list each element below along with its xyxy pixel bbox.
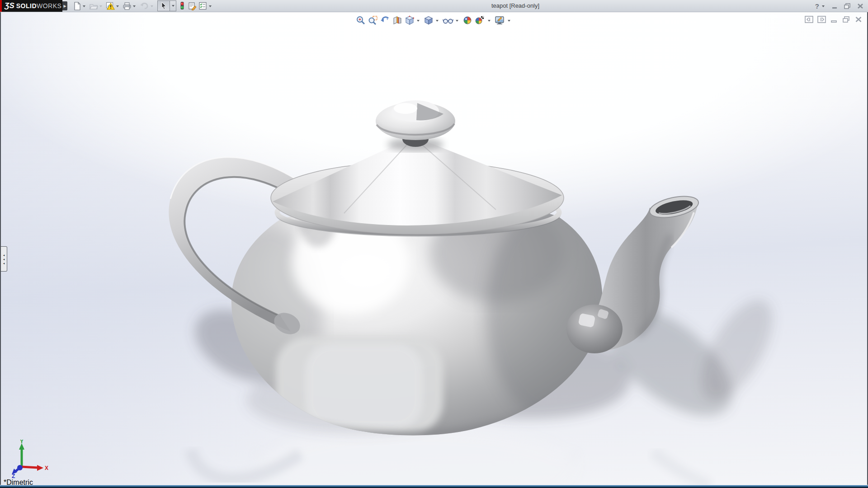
select-cursor-icon: [160, 2, 167, 10]
select-tool-button[interactable]: [157, 0, 170, 11]
document-window-controls: [805, 16, 863, 23]
display-style-icon: [424, 15, 434, 25]
undo-button[interactable]: [139, 1, 156, 11]
app-close-button[interactable]: [856, 2, 864, 10]
window-title: teapot [Read-only]: [212, 0, 818, 12]
zoom-to-area-button[interactable]: [368, 15, 378, 26]
section-view-icon: [392, 15, 402, 25]
select-tool-group: [157, 0, 176, 11]
view-orientation-icon: [405, 15, 415, 25]
previous-view-icon: [380, 15, 390, 25]
logo-red-stripe: [0, 0, 2, 12]
view-orientation-button[interactable]: [404, 15, 422, 26]
rebuild-button[interactable]: [178, 1, 186, 11]
help-dropdown-icon: [822, 5, 825, 7]
collapse-left-pane-button[interactable]: [805, 16, 813, 23]
select-tool-dropdown[interactable]: [170, 0, 176, 11]
view-settings-button[interactable]: [494, 15, 513, 26]
help-icon: ?: [815, 2, 819, 10]
headsup-view-toolbar: [353, 14, 515, 27]
view-orientation-label: *Dimetric: [4, 479, 33, 485]
print-icon: [123, 2, 132, 10]
logo-text-works: WORKS: [37, 2, 61, 9]
feature-manager-collapsed-tab[interactable]: ◂ ◂ ◂: [1, 246, 7, 272]
appearance-ball-icon: [462, 15, 472, 25]
ds-logo-mark: ƷS: [5, 1, 14, 10]
doc-close-button[interactable]: [854, 16, 863, 23]
doc-minimize-button[interactable]: [830, 16, 838, 23]
zoom-to-area-icon: [368, 15, 378, 25]
edit-appearance-button[interactable]: [462, 15, 473, 26]
main-toolbar: [72, 0, 214, 12]
undo-icon: [139, 2, 149, 10]
options-icon: [198, 1, 208, 10]
print-button[interactable]: [122, 1, 138, 11]
floor-reflection: [191, 427, 710, 485]
graphics-viewport[interactable]: ◂ ◂ ◂ Y X Z *Dimetric: [1, 12, 867, 485]
hide-show-items-button[interactable]: [442, 15, 461, 26]
collapse-arrow-icon: ◂: [3, 258, 5, 261]
orientation-triad: Y X Z: [8, 440, 50, 479]
spout-base: [566, 305, 623, 353]
solidworks-window: ƷS SOLIDWORKS ▶: [0, 0, 868, 488]
new-document-icon: [73, 2, 81, 10]
open-folder-icon: [89, 2, 98, 10]
solidworks-logo: ƷS SOLIDWORKS: [0, 0, 62, 12]
previous-view-button[interactable]: [380, 15, 391, 26]
apply-scene-icon: [475, 15, 486, 25]
app-window-controls: ?: [815, 0, 864, 12]
image-warning-button[interactable]: [105, 1, 121, 11]
apply-scene-button[interactable]: [474, 15, 493, 26]
options-button[interactable]: [198, 1, 214, 11]
view-settings-icon: [495, 15, 505, 25]
teapot-model: [1, 12, 867, 485]
logo-text-solid: SOLID: [16, 2, 37, 9]
window-border-bottom: [0, 485, 868, 488]
zoom-to-fit-icon: [356, 15, 366, 25]
menu-expand-arrow-icon[interactable]: ▶: [62, 1, 67, 10]
triad-z-label: Z: [12, 473, 15, 479]
eyeglasses-icon: [443, 15, 453, 25]
open-button[interactable]: [89, 1, 104, 11]
new-document-button[interactable]: [72, 1, 88, 11]
doc-restore-button[interactable]: [842, 16, 850, 23]
section-view-button[interactable]: [392, 15, 403, 26]
display-style-button[interactable]: [423, 15, 441, 26]
app-restore-button[interactable]: [843, 2, 852, 10]
warning-icon: [106, 1, 115, 10]
collapse-arrow-icon: ◂: [3, 253, 5, 257]
collapse-arrow-icon: ◂: [3, 262, 5, 265]
triad-y-label: Y: [20, 440, 24, 445]
titlebar: ƷS SOLIDWORKS ▶: [0, 0, 868, 12]
file-properties-button[interactable]: [187, 1, 197, 11]
file-properties-icon: [188, 1, 197, 10]
zoom-to-fit-button[interactable]: [355, 15, 366, 26]
checkered-flag: [481, 16, 484, 19]
app-minimize-button[interactable]: [831, 2, 839, 10]
triad-x-label: X: [45, 465, 48, 471]
help-button[interactable]: ?: [815, 2, 826, 10]
collapse-right-pane-button[interactable]: [817, 16, 826, 23]
window-border-left: [0, 12, 1, 485]
traffic-light-icon: [179, 1, 186, 10]
lid-knob: [376, 100, 455, 151]
